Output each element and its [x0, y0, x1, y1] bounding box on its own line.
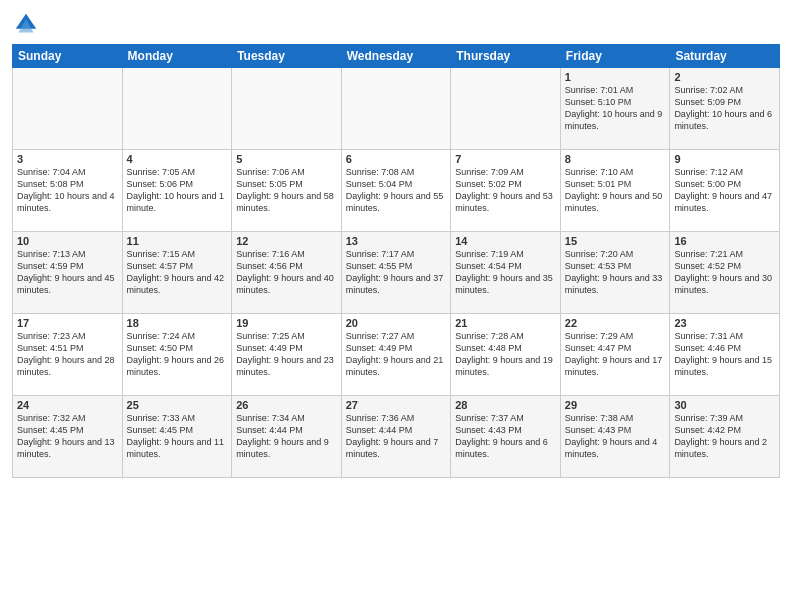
calendar-header-row: SundayMondayTuesdayWednesdayThursdayFrid…: [13, 45, 780, 68]
day-info: Sunrise: 7:24 AM Sunset: 4:50 PM Dayligh…: [127, 330, 228, 379]
calendar-table: SundayMondayTuesdayWednesdayThursdayFrid…: [12, 44, 780, 478]
col-header-saturday: Saturday: [670, 45, 780, 68]
calendar-cell: 9Sunrise: 7:12 AM Sunset: 5:00 PM Daylig…: [670, 150, 780, 232]
day-number: 22: [565, 317, 666, 329]
day-number: 15: [565, 235, 666, 247]
day-number: 30: [674, 399, 775, 411]
calendar-cell: 13Sunrise: 7:17 AM Sunset: 4:55 PM Dayli…: [341, 232, 451, 314]
day-info: Sunrise: 7:37 AM Sunset: 4:43 PM Dayligh…: [455, 412, 556, 461]
day-number: 14: [455, 235, 556, 247]
calendar-cell: 5Sunrise: 7:06 AM Sunset: 5:05 PM Daylig…: [232, 150, 342, 232]
day-info: Sunrise: 7:08 AM Sunset: 5:04 PM Dayligh…: [346, 166, 447, 215]
day-number: 19: [236, 317, 337, 329]
day-info: Sunrise: 7:27 AM Sunset: 4:49 PM Dayligh…: [346, 330, 447, 379]
day-info: Sunrise: 7:19 AM Sunset: 4:54 PM Dayligh…: [455, 248, 556, 297]
day-info: Sunrise: 7:13 AM Sunset: 4:59 PM Dayligh…: [17, 248, 118, 297]
day-info: Sunrise: 7:32 AM Sunset: 4:45 PM Dayligh…: [17, 412, 118, 461]
day-number: 9: [674, 153, 775, 165]
calendar-cell: 29Sunrise: 7:38 AM Sunset: 4:43 PM Dayli…: [560, 396, 670, 478]
day-info: Sunrise: 7:16 AM Sunset: 4:56 PM Dayligh…: [236, 248, 337, 297]
day-number: 11: [127, 235, 228, 247]
header: [12, 10, 780, 38]
day-info: Sunrise: 7:39 AM Sunset: 4:42 PM Dayligh…: [674, 412, 775, 461]
day-info: Sunrise: 7:10 AM Sunset: 5:01 PM Dayligh…: [565, 166, 666, 215]
day-info: Sunrise: 7:34 AM Sunset: 4:44 PM Dayligh…: [236, 412, 337, 461]
day-number: 3: [17, 153, 118, 165]
calendar-cell: 25Sunrise: 7:33 AM Sunset: 4:45 PM Dayli…: [122, 396, 232, 478]
calendar-cell: [232, 68, 342, 150]
day-info: Sunrise: 7:04 AM Sunset: 5:08 PM Dayligh…: [17, 166, 118, 215]
day-info: Sunrise: 7:06 AM Sunset: 5:05 PM Dayligh…: [236, 166, 337, 215]
day-number: 20: [346, 317, 447, 329]
day-info: Sunrise: 7:15 AM Sunset: 4:57 PM Dayligh…: [127, 248, 228, 297]
day-info: Sunrise: 7:23 AM Sunset: 4:51 PM Dayligh…: [17, 330, 118, 379]
day-info: Sunrise: 7:25 AM Sunset: 4:49 PM Dayligh…: [236, 330, 337, 379]
day-info: Sunrise: 7:21 AM Sunset: 4:52 PM Dayligh…: [674, 248, 775, 297]
day-number: 25: [127, 399, 228, 411]
calendar-cell: 28Sunrise: 7:37 AM Sunset: 4:43 PM Dayli…: [451, 396, 561, 478]
day-info: Sunrise: 7:31 AM Sunset: 4:46 PM Dayligh…: [674, 330, 775, 379]
col-header-wednesday: Wednesday: [341, 45, 451, 68]
calendar-cell: 22Sunrise: 7:29 AM Sunset: 4:47 PM Dayli…: [560, 314, 670, 396]
col-header-friday: Friday: [560, 45, 670, 68]
calendar-cell: 3Sunrise: 7:04 AM Sunset: 5:08 PM Daylig…: [13, 150, 123, 232]
day-number: 27: [346, 399, 447, 411]
calendar-cell: 1Sunrise: 7:01 AM Sunset: 5:10 PM Daylig…: [560, 68, 670, 150]
day-number: 17: [17, 317, 118, 329]
day-info: Sunrise: 7:17 AM Sunset: 4:55 PM Dayligh…: [346, 248, 447, 297]
day-number: 2: [674, 71, 775, 83]
calendar-cell: 4Sunrise: 7:05 AM Sunset: 5:06 PM Daylig…: [122, 150, 232, 232]
day-number: 23: [674, 317, 775, 329]
day-info: Sunrise: 7:29 AM Sunset: 4:47 PM Dayligh…: [565, 330, 666, 379]
day-number: 4: [127, 153, 228, 165]
calendar-cell: 19Sunrise: 7:25 AM Sunset: 4:49 PM Dayli…: [232, 314, 342, 396]
calendar-cell: 26Sunrise: 7:34 AM Sunset: 4:44 PM Dayli…: [232, 396, 342, 478]
calendar-cell: 18Sunrise: 7:24 AM Sunset: 4:50 PM Dayli…: [122, 314, 232, 396]
calendar-cell: 6Sunrise: 7:08 AM Sunset: 5:04 PM Daylig…: [341, 150, 451, 232]
calendar-cell: 11Sunrise: 7:15 AM Sunset: 4:57 PM Dayli…: [122, 232, 232, 314]
calendar-week-4: 17Sunrise: 7:23 AM Sunset: 4:51 PM Dayli…: [13, 314, 780, 396]
calendar-cell: 16Sunrise: 7:21 AM Sunset: 4:52 PM Dayli…: [670, 232, 780, 314]
day-info: Sunrise: 7:28 AM Sunset: 4:48 PM Dayligh…: [455, 330, 556, 379]
logo-icon: [12, 10, 40, 38]
day-number: 26: [236, 399, 337, 411]
calendar-cell: 2Sunrise: 7:02 AM Sunset: 5:09 PM Daylig…: [670, 68, 780, 150]
calendar-cell: 14Sunrise: 7:19 AM Sunset: 4:54 PM Dayli…: [451, 232, 561, 314]
day-number: 28: [455, 399, 556, 411]
calendar-cell: 7Sunrise: 7:09 AM Sunset: 5:02 PM Daylig…: [451, 150, 561, 232]
calendar-cell: 21Sunrise: 7:28 AM Sunset: 4:48 PM Dayli…: [451, 314, 561, 396]
calendar-cell: 23Sunrise: 7:31 AM Sunset: 4:46 PM Dayli…: [670, 314, 780, 396]
day-number: 10: [17, 235, 118, 247]
day-number: 8: [565, 153, 666, 165]
day-number: 5: [236, 153, 337, 165]
calendar-week-2: 3Sunrise: 7:04 AM Sunset: 5:08 PM Daylig…: [13, 150, 780, 232]
calendar-cell: 20Sunrise: 7:27 AM Sunset: 4:49 PM Dayli…: [341, 314, 451, 396]
day-info: Sunrise: 7:01 AM Sunset: 5:10 PM Dayligh…: [565, 84, 666, 133]
day-info: Sunrise: 7:02 AM Sunset: 5:09 PM Dayligh…: [674, 84, 775, 133]
calendar-cell: 8Sunrise: 7:10 AM Sunset: 5:01 PM Daylig…: [560, 150, 670, 232]
col-header-thursday: Thursday: [451, 45, 561, 68]
logo: [12, 10, 44, 38]
day-info: Sunrise: 7:36 AM Sunset: 4:44 PM Dayligh…: [346, 412, 447, 461]
day-number: 21: [455, 317, 556, 329]
calendar-cell: 15Sunrise: 7:20 AM Sunset: 4:53 PM Dayli…: [560, 232, 670, 314]
calendar-cell: 10Sunrise: 7:13 AM Sunset: 4:59 PM Dayli…: [13, 232, 123, 314]
calendar-cell: [451, 68, 561, 150]
col-header-monday: Monday: [122, 45, 232, 68]
calendar-cell: 30Sunrise: 7:39 AM Sunset: 4:42 PM Dayli…: [670, 396, 780, 478]
col-header-tuesday: Tuesday: [232, 45, 342, 68]
calendar-cell: [122, 68, 232, 150]
calendar-cell: [341, 68, 451, 150]
day-info: Sunrise: 7:38 AM Sunset: 4:43 PM Dayligh…: [565, 412, 666, 461]
day-info: Sunrise: 7:05 AM Sunset: 5:06 PM Dayligh…: [127, 166, 228, 215]
day-number: 13: [346, 235, 447, 247]
col-header-sunday: Sunday: [13, 45, 123, 68]
calendar-week-5: 24Sunrise: 7:32 AM Sunset: 4:45 PM Dayli…: [13, 396, 780, 478]
day-number: 12: [236, 235, 337, 247]
calendar-cell: 27Sunrise: 7:36 AM Sunset: 4:44 PM Dayli…: [341, 396, 451, 478]
day-number: 29: [565, 399, 666, 411]
day-number: 1: [565, 71, 666, 83]
calendar-cell: 12Sunrise: 7:16 AM Sunset: 4:56 PM Dayli…: [232, 232, 342, 314]
calendar-cell: 24Sunrise: 7:32 AM Sunset: 4:45 PM Dayli…: [13, 396, 123, 478]
day-number: 24: [17, 399, 118, 411]
